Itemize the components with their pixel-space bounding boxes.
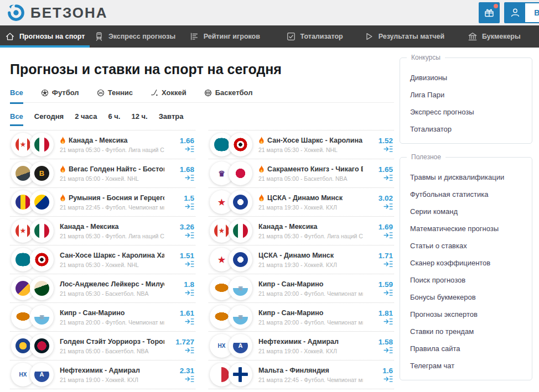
odds-value: 1.61 [180, 309, 194, 317]
time-tab[interactable]: Завтра [159, 112, 184, 124]
go-to-forecast-icon[interactable] [185, 289, 194, 296]
go-to-forecast-icon[interactable] [383, 289, 393, 296]
sidebar-link[interactable]: Дивизионы [409, 69, 523, 86]
match-row[interactable]: ★ ЦСКА - Динамо Минск 21 марта 19:30 - Х… [209, 245, 394, 274]
go-to-forecast-icon[interactable] [185, 260, 194, 268]
team-logo-kings: ♛ [214, 166, 229, 181]
match-title: Голден Стэйт Уорриорз - Торонто Рэпторс [60, 338, 164, 346]
go-to-forecast-icon[interactable] [383, 232, 393, 239]
sidebar-group-title: Полезное [407, 153, 445, 161]
match-row[interactable]: ▣ Кипр - Сан-Марино 21 марта 20:00 - Фут… [10, 303, 195, 332]
match-row[interactable]: ♛ Сакраменто Кингз - Чикаго Буллз 21 мар… [209, 159, 394, 188]
time-tab[interactable]: 6 ч. [108, 112, 120, 124]
go-to-forecast-icon[interactable] [383, 318, 393, 325]
go-to-forecast-icon[interactable] [383, 174, 393, 181]
time-tab[interactable]: Все [10, 112, 23, 124]
odds-value: 1.6 [382, 367, 393, 375]
match-row[interactable]: ▣ Кипр - Сан-Марино 21 марта 20:00 - Фут… [209, 303, 394, 332]
match-row[interactable]: ★ Канада - Мексика 21 марта 05:30 - Футб… [10, 217, 195, 245]
sidebar-link[interactable]: Лига Пари [409, 86, 523, 103]
sidebar-link[interactable]: Статьи о ставках [409, 237, 523, 254]
sidebar-link[interactable]: Тотализатор [409, 121, 523, 138]
nav-item[interactable]: Прогнозы на спорт [0, 25, 90, 48]
match-row[interactable]: Мальта - Финляндия 21 марта 22:45 - Футб… [209, 360, 394, 389]
train-icon [94, 32, 104, 41]
match-list: ★ Канада - Мексика 21 марта 05:30 - Футб… [10, 130, 394, 389]
go-to-forecast-icon[interactable] [185, 145, 194, 153]
nav-item[interactable]: Тотализатор [270, 25, 359, 48]
go-to-forecast-icon[interactable] [185, 347, 194, 354]
nav-item[interactable]: Рейтинг игроков [180, 25, 270, 48]
nav-item[interactable]: Результаты матчей [359, 25, 449, 48]
team-logo-bosnia [34, 195, 49, 210]
match-meta: 21 марта 05:00 - Хоккей. NHL [60, 175, 164, 182]
sidebar-link[interactable]: Сканер коэффициентов [409, 254, 523, 271]
main-content: Прогнозы и ставки на спорт на сегодня Вс… [10, 48, 394, 392]
sidebar-link[interactable]: Поиск прогнозов [409, 271, 523, 289]
match-row[interactable]: ★ ЦСКА - Динамо Минск 21 марта 19:30 - Х… [209, 188, 394, 217]
match-row[interactable]: ★ Канада - Мексика 21 марта 05:30 - Футб… [209, 217, 394, 245]
sidebar-link[interactable]: Прогнозы экспертов [409, 306, 523, 323]
match-row[interactable]: Сан-Хосе Шаркс - Каролина Харрикейнз 21 … [10, 245, 195, 274]
odds-value: 3.02 [379, 194, 393, 202]
match-row[interactable]: ▣ Кипр - Сан-Марино 21 марта 20:00 - Фут… [209, 274, 394, 303]
team-logo-sanmarino: ▣ [34, 310, 49, 325]
sidebar-link[interactable]: Футбольная статистика [409, 186, 523, 203]
odds-value: 1.5 [184, 194, 194, 202]
match-row[interactable]: Румыния - Босния и Герцеговина 21 марта … [10, 188, 195, 217]
site-logo[interactable]: БЕТЗОНА [7, 3, 108, 22]
go-to-forecast-icon[interactable] [383, 203, 393, 210]
betzona-logo-icon [7, 3, 25, 22]
odds-value: 1.8 [184, 280, 194, 289]
go-to-forecast-icon[interactable] [185, 375, 194, 383]
time-tab[interactable]: 2 часа [75, 112, 97, 124]
match-row[interactable]: НХ А Нефтехимик - Адмирал 21 марта 19:00… [10, 360, 195, 389]
go-to-forecast-icon[interactable] [185, 318, 194, 325]
sidebar-link[interactable]: Правила сайта [409, 340, 523, 357]
sport-tab[interactable]: Баскетбол [204, 88, 253, 102]
match-row[interactable]: Лос-Анджелес Лейкерс - Милуоки Бакс 21 м… [10, 274, 195, 303]
sidebar-link[interactable]: Экспресс прогнозы [409, 103, 523, 121]
bank-icon [468, 32, 478, 41]
sidebar-link[interactable]: Ставки по трендам [409, 323, 523, 340]
match-row[interactable]: B Вегас Голден Найтс - Бостон Брюинз 21 … [10, 159, 195, 188]
sport-tab[interactable]: Все [10, 88, 23, 102]
sport-tab[interactable]: Футбол [41, 88, 79, 102]
nav-item[interactable]: Экспресс прогнозы [90, 25, 179, 48]
sidebar-link[interactable]: Математические прогнозы [409, 220, 523, 237]
rating-list-icon [189, 32, 199, 41]
go-to-forecast-icon[interactable] [383, 145, 393, 153]
team-logo-lakers [15, 281, 30, 296]
match-meta: 21 марта 20:00 - Футбол. Чемпионат мира [258, 319, 363, 326]
team-logo-malta [214, 367, 229, 382]
match-meta: 21 марта 19:00 - Хоккей. КХЛ [258, 348, 363, 354]
bonuses-button[interactable] [479, 2, 500, 23]
nav-item[interactable]: Букмекеры [449, 25, 539, 48]
login-button[interactable]: Войти [504, 2, 539, 23]
odds-value: 1.66 [180, 137, 194, 145]
go-to-forecast-icon[interactable] [185, 232, 194, 239]
match-row[interactable]: ★ Канада - Мексика 21 марта 05:30 - Футб… [10, 130, 195, 159]
sidebar-link[interactable]: Травмы и дисквалификации [409, 169, 523, 186]
go-to-forecast-icon[interactable] [383, 375, 393, 383]
go-to-forecast-icon[interactable] [383, 347, 393, 354]
time-tab[interactable]: 12 ч. [131, 112, 147, 124]
match-row[interactable]: Сан-Хосе Шаркс - Каролина Харрикейнз 21 … [209, 130, 394, 159]
team-logo-cyprus [214, 310, 229, 325]
match-row[interactable]: Голден Стэйт Уорриорз - Торонто Рэпторс … [10, 332, 195, 360]
notification-dot [494, 4, 498, 8]
time-tab[interactable]: Сегодня [34, 112, 64, 124]
match-title: Канада - Мексика [258, 223, 363, 231]
sidebar-link[interactable]: Серии команд [409, 203, 523, 220]
sidebar-link[interactable]: Телеграм чат [409, 357, 523, 374]
match-title: Нефтехимик - Адмирал [258, 338, 363, 346]
go-to-forecast-icon[interactable] [185, 174, 194, 181]
sport-tab[interactable]: Хоккей [151, 88, 186, 102]
sidebar-link[interactable]: Бонусы букмекеров [409, 289, 523, 306]
match-title: ЦСКА - Динамо Минск [258, 252, 363, 259]
sport-tab[interactable]: Теннис [97, 88, 133, 102]
go-to-forecast-icon[interactable] [383, 260, 393, 268]
go-to-forecast-icon[interactable] [185, 203, 194, 210]
brand-name: БЕТЗОНА [30, 4, 108, 22]
match-row[interactable]: НХ А Нефтехимик - Адмирал 21 марта 19:00… [209, 332, 394, 360]
